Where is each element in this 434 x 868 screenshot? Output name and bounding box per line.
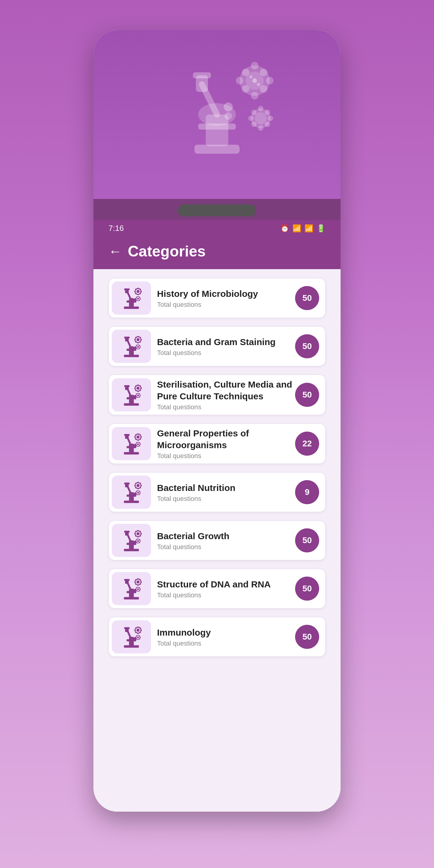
card-title-history: History of Microbiology: [157, 288, 293, 300]
svg-point-42: [140, 293, 141, 294]
card-text-history: History of Microbiology Total questions: [155, 284, 295, 312]
svg-point-149: [135, 492, 136, 493]
svg-point-87: [135, 385, 137, 387]
alarm-icon: ⏰: [280, 224, 289, 233]
svg-point-113: [135, 438, 137, 440]
svg-point-39: [135, 289, 137, 290]
categories-list: History of Microbiology Total questions …: [93, 269, 341, 812]
svg-point-170: [139, 539, 140, 540]
svg-point-185: [135, 584, 137, 585]
svg-rect-4: [193, 72, 211, 79]
svg-point-112: [140, 434, 141, 436]
svg-point-72: [137, 346, 139, 348]
svg-point-137: [135, 487, 137, 489]
svg-point-120: [137, 443, 139, 445]
category-card-bacteria[interactable]: Bacteria and Gram Staining Total questio…: [108, 327, 326, 366]
notch-pill: [178, 204, 256, 216]
svg-point-184: [140, 579, 141, 581]
svg-point-52: [139, 300, 140, 301]
svg-point-66: [140, 341, 141, 343]
svg-point-38: [136, 290, 140, 293]
svg-point-209: [135, 632, 137, 633]
svg-point-97: [136, 393, 137, 395]
page-title: Categories: [128, 243, 206, 260]
svg-point-140: [141, 485, 142, 487]
svg-point-23: [251, 110, 257, 115]
svg-point-212: [141, 629, 142, 631]
svg-point-16: [236, 77, 244, 84]
svg-point-160: [140, 531, 141, 532]
svg-point-186: [140, 584, 141, 585]
svg-rect-59: [124, 337, 130, 338]
status-bar: 7:16 ⏰ 📶 📶 🔋: [93, 220, 341, 237]
svg-point-150: [140, 492, 141, 493]
card-icon-growth: [112, 524, 151, 557]
svg-point-219: [136, 638, 137, 640]
card-subtitle-bacteria: Total questions: [157, 349, 293, 357]
svg-point-70: [137, 342, 139, 344]
svg-point-20: [257, 83, 260, 86]
svg-point-19: [250, 75, 253, 79]
svg-point-183: [135, 579, 137, 581]
card-icon-general: [112, 427, 151, 460]
svg-rect-83: [124, 385, 130, 387]
svg-point-122: [139, 442, 140, 443]
svg-point-158: [136, 532, 140, 535]
svg-point-124: [139, 445, 140, 446]
svg-point-92: [141, 388, 142, 389]
svg-point-101: [135, 395, 136, 396]
svg-point-173: [135, 540, 136, 541]
card-title-immunology: Immunology: [157, 627, 293, 638]
svg-point-161: [135, 535, 137, 537]
svg-point-30: [268, 116, 273, 121]
svg-point-88: [140, 385, 141, 387]
notch-bar: [93, 199, 341, 220]
svg-point-220: [139, 638, 140, 640]
card-text-growth: Bacterial Growth Total questions: [155, 527, 295, 555]
category-card-growth[interactable]: Bacterial Growth Total questions 50: [108, 521, 326, 560]
status-icons: ⏰ 📶 📶 🔋: [280, 224, 326, 233]
svg-rect-131: [124, 483, 130, 484]
svg-point-17: [266, 77, 274, 84]
card-title-sterilisation: Sterilisation, Culture Media and Pure Cu…: [157, 378, 293, 402]
category-card-history[interactable]: History of Microbiology Total questions …: [108, 278, 326, 318]
back-button[interactable]: ←: [108, 244, 122, 259]
svg-point-210: [140, 632, 141, 633]
svg-point-110: [136, 435, 140, 438]
svg-point-144: [137, 492, 139, 494]
svg-point-142: [137, 488, 139, 490]
card-icon-dna: [112, 572, 151, 605]
card-subtitle-history: Total questions: [157, 301, 293, 309]
card-icon-sterilisation: [112, 378, 151, 411]
card-icon-immunology: [112, 620, 151, 653]
svg-point-11: [260, 69, 268, 76]
category-card-immunology[interactable]: Immunology Total questions 50: [108, 617, 326, 657]
svg-rect-179: [124, 579, 130, 581]
svg-point-163: [134, 533, 136, 535]
svg-rect-107: [124, 434, 130, 436]
category-card-dna[interactable]: Structure of DNA and RNA Total questions…: [108, 569, 326, 609]
svg-point-190: [137, 584, 139, 586]
svg-point-50: [139, 297, 140, 298]
svg-point-164: [141, 533, 142, 535]
category-card-general[interactable]: General Properties of Microorganisms Tot…: [108, 424, 326, 464]
hero-section: [93, 30, 341, 199]
card-title-general: General Properties of Microorganisms: [157, 427, 293, 451]
svg-point-40: [140, 289, 141, 290]
svg-rect-203: [124, 627, 130, 629]
svg-point-48: [137, 298, 139, 300]
svg-point-135: [135, 483, 137, 484]
category-card-nutrition[interactable]: Bacterial Nutrition Total questions 9: [108, 472, 326, 512]
svg-point-51: [136, 300, 137, 301]
svg-point-165: [137, 530, 139, 532]
card-badge-immunology: 50: [295, 625, 319, 649]
svg-point-121: [136, 442, 137, 443]
card-badge-history: 50: [295, 286, 319, 310]
svg-point-53: [135, 298, 136, 299]
svg-point-213: [137, 627, 139, 628]
svg-point-194: [139, 587, 140, 588]
category-card-sterilisation[interactable]: Sterilisation, Culture Media and Pure Cu…: [108, 375, 326, 415]
card-badge-growth: 50: [295, 528, 319, 553]
svg-point-25: [251, 122, 257, 127]
card-badge-dna: 50: [295, 577, 319, 601]
